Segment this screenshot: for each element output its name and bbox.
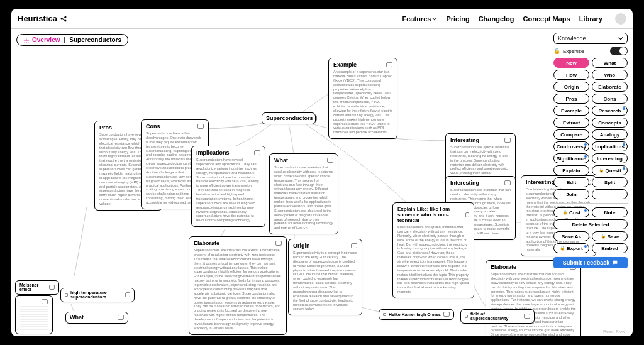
node-handle-icon[interactable] xyxy=(504,180,511,185)
panel-btn-embed[interactable]: Embed xyxy=(592,243,628,253)
side-panel: Knowledge 🔒 Expertise NewWhatHowWhoOrigi… xyxy=(553,33,628,268)
panel-btn-controversy[interactable]: Controversy xyxy=(553,141,589,151)
panel-btn-who[interactable]: Who xyxy=(592,70,628,80)
panel-btn-concepts[interactable]: Concepts xyxy=(592,118,628,128)
node-handle-icon[interactable] xyxy=(327,158,333,163)
node-partial-left[interactable] xyxy=(15,295,53,334)
node-origin[interactable]: Origin Superconductivity is a concept th… xyxy=(288,239,362,315)
panel-btn-questi[interactable]: 🔒Questi xyxy=(592,165,628,175)
knowledge-select[interactable]: Knowledge xyxy=(553,33,628,44)
panel-btn-pros[interactable]: Pros xyxy=(553,94,589,104)
node-handle-icon[interactable] xyxy=(504,138,511,143)
node-handle-icon[interactable] xyxy=(197,124,204,129)
breadcrumb-bar: Overview | Superconductors xyxy=(16,34,128,46)
badge-dot xyxy=(584,245,587,248)
node-implications[interactable]: Implications Superconductors have severa… xyxy=(191,146,265,227)
node-handle-icon[interactable] xyxy=(49,285,55,290)
badge-dot xyxy=(584,155,587,158)
share-icon xyxy=(60,15,67,23)
node-root[interactable]: Superconductors xyxy=(262,112,316,124)
nav-changelog[interactable]: Changelog xyxy=(479,15,514,23)
node-explain-like[interactable]: Explain Like: like I am someone who is n… xyxy=(392,202,474,298)
panel-btn-save[interactable]: 🔒Save xyxy=(592,231,628,241)
panel-btn-interesting[interactable]: Interesting xyxy=(592,153,628,163)
badge-dot xyxy=(623,167,625,170)
panel-btn-split[interactable]: Split xyxy=(592,177,628,187)
node-handle-icon[interactable] xyxy=(254,150,260,155)
panel-btn-implications[interactable]: Implications xyxy=(592,141,628,151)
nav-pricing[interactable]: Pricing xyxy=(446,15,469,23)
node-tag-icon xyxy=(465,315,468,318)
badge-dot xyxy=(623,107,625,110)
nav-concept-maps[interactable]: Concept Maps xyxy=(523,15,570,23)
nav-features[interactable]: Features xyxy=(402,15,438,23)
node-field[interactable]: field of superconductivity xyxy=(460,309,535,324)
node-effect[interactable]: Meissner effect xyxy=(15,280,59,295)
node-handle-icon[interactable] xyxy=(351,243,357,248)
node-elaborate-2[interactable]: Elaborate Superconductors are materials … xyxy=(486,260,581,336)
panel-button-grid-2: 🔒CustNoteDelete SelectedSave As🔒Save🔒Exp… xyxy=(553,207,628,253)
badge-dot xyxy=(584,209,587,212)
panel-btn-note[interactable]: Note xyxy=(592,207,628,217)
node-elaborate-1[interactable]: Elaborate Superconductors are materials … xyxy=(189,236,287,335)
node-hts[interactable]: high-temperature superconductors xyxy=(60,288,135,302)
panel-btn-new[interactable]: New xyxy=(553,58,589,68)
panel-btn-[interactable] xyxy=(592,189,628,199)
topbar: Heuristica Features Pricing Changelog Co… xyxy=(11,9,633,29)
panel-btn-extract[interactable]: Extract xyxy=(553,118,589,128)
node-handle-icon[interactable] xyxy=(386,62,392,67)
node-handle-icon[interactable] xyxy=(125,292,130,297)
nav-library[interactable]: Library xyxy=(579,15,602,23)
panel-btn-explain[interactable]: Explain xyxy=(553,165,589,175)
panel-btn-analogy[interactable]: Analogy xyxy=(592,129,628,140)
panel-divider xyxy=(553,203,628,204)
node-handle-icon[interactable] xyxy=(524,314,530,319)
panel-btn-edit[interactable]: Edit xyxy=(553,177,589,187)
panel-btn-research[interactable]: Research xyxy=(592,106,628,116)
expertise-toggle[interactable] xyxy=(610,47,628,55)
panel-btn-how[interactable]: How xyxy=(553,70,589,80)
panel-btn-cons[interactable]: Cons xyxy=(592,94,628,104)
chevron-down-icon xyxy=(618,36,623,41)
panel-btn-compare[interactable]: Compare xyxy=(553,129,589,140)
svg-point-3 xyxy=(26,39,28,41)
node-handle-icon[interactable] xyxy=(118,315,124,320)
chevron-down-icon xyxy=(432,16,437,21)
panel-btn-export[interactable]: 🔒Export xyxy=(553,243,589,253)
node-tag-icon xyxy=(383,313,386,316)
node-tag-icon xyxy=(65,293,68,297)
avatar[interactable] xyxy=(615,13,626,25)
panel-btn-significance[interactable]: Significance xyxy=(553,153,589,163)
node-who[interactable]: Heike Kamerlingh Onnes xyxy=(379,309,454,320)
attribution: React Flow xyxy=(603,329,625,334)
node-handle-icon[interactable] xyxy=(42,299,48,304)
topic-crumb[interactable]: Superconductors xyxy=(69,36,121,43)
badge-dot xyxy=(623,143,625,146)
node-handle-icon[interactable] xyxy=(465,212,469,217)
canvas[interactable]: Superconductors Example An example of a … xyxy=(11,47,633,336)
panel-btn-elaborate[interactable]: Elaborate xyxy=(592,82,628,92)
app-window: Heuristica Features Pricing Changelog Co… xyxy=(11,9,633,336)
node-handle-icon[interactable] xyxy=(443,312,450,317)
node-handle-icon[interactable] xyxy=(316,116,317,121)
panel-btn-cust[interactable]: 🔒Cust xyxy=(553,207,589,217)
brand[interactable]: Heuristica xyxy=(18,14,67,23)
nav: Features Pricing Changelog Concept Maps … xyxy=(402,13,626,25)
badge-dot xyxy=(584,143,587,146)
lock-icon: 🔒 xyxy=(553,48,560,54)
node-what[interactable]: What Superconductors are materials that … xyxy=(269,153,338,234)
chat-icon xyxy=(612,260,618,266)
panel-btn-delete-selected[interactable]: Delete Selected xyxy=(553,219,628,229)
submit-feedback-button[interactable]: Submit Feedback xyxy=(553,257,628,268)
panel-btn-join[interactable]: Join xyxy=(553,189,589,199)
panel-btn-what[interactable]: What xyxy=(592,58,628,68)
lock-icon: 🔒 xyxy=(599,168,604,173)
node-what-2[interactable]: What xyxy=(65,312,128,324)
panel-btn-example[interactable]: Example xyxy=(553,106,589,116)
panel-btn-origin[interactable]: Origin xyxy=(553,82,589,92)
overview-tab[interactable]: Overview xyxy=(23,36,60,43)
node-handle-icon[interactable] xyxy=(275,241,282,246)
node-example[interactable]: Example An example of a superconductor i… xyxy=(328,58,397,139)
panel-btn-save-as[interactable]: Save As xyxy=(553,231,589,241)
lock-icon: 🔒 xyxy=(562,210,568,215)
